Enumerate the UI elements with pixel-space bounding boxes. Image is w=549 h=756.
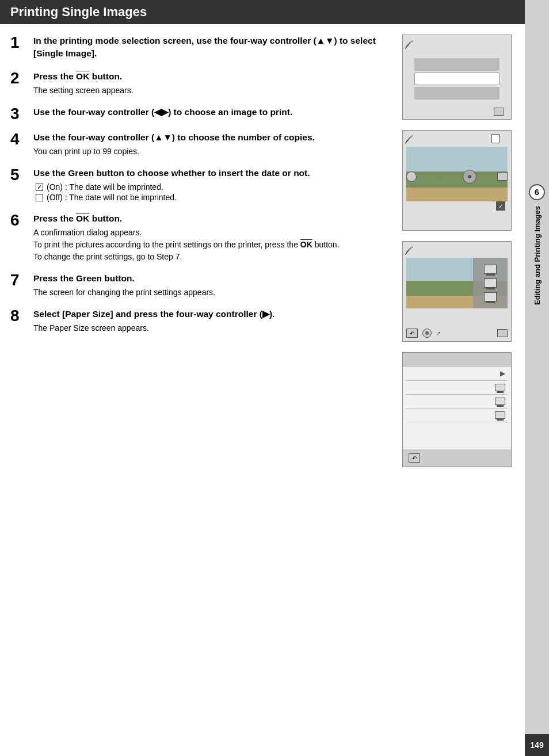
settings-area-4: ▶	[406, 366, 508, 447]
step-1-number: 1	[10, 35, 26, 51]
ctrl-center	[463, 170, 476, 184]
menu-row-1	[414, 58, 500, 71]
step-6-title: Press the OK button.	[33, 212, 391, 225]
settings-arrow-1: ▶	[500, 369, 505, 377]
step-6-prefix: Press the	[33, 213, 76, 223]
menu-row-selected	[414, 72, 500, 85]
step-5-number: 5	[10, 167, 26, 183]
checkbox-on-icon: ✓	[36, 184, 43, 191]
checkbox-off-label: (Off) : The date will not be imprinted.	[47, 193, 177, 202]
back-btn-4: ↶	[409, 453, 420, 463]
step-5-content: Use the Green button to choose whether t…	[33, 167, 391, 204]
step-2-number: 2	[10, 70, 26, 86]
screen-1: 𝒻	[402, 35, 512, 120]
checkbox-on: ✓ (On) : The date will be imprinted.	[36, 182, 391, 192]
step-8-number: 8	[10, 308, 26, 324]
menu-row-2	[414, 87, 500, 100]
main-content: Printing Single Images 1 In the printing…	[0, 0, 525, 756]
step-2-desc: The setting screen appears.	[33, 85, 391, 97]
settings-row-3	[406, 395, 508, 408]
chapter-label: Editing and Printing Images	[533, 206, 542, 305]
ctrl-left	[406, 171, 417, 182]
steps-column: 1 In the printing mode selection screen,…	[10, 35, 391, 467]
step-4-number: 4	[10, 131, 26, 147]
ctrl-label: ···	[437, 174, 442, 180]
record-dot-3	[425, 331, 429, 335]
step-4-content: Use the four-way controller (▲▼) to choo…	[33, 131, 391, 158]
step-8-content: Select [Paper Size] and press the four-w…	[33, 308, 391, 334]
checkbox-off: (Off) : The date will not be imprinted.	[36, 193, 391, 202]
settings-row-2	[406, 381, 508, 395]
step-7-title: Press the Green button.	[33, 272, 391, 285]
record-label: ↗	[436, 330, 441, 337]
printer-icon-s3	[495, 398, 505, 405]
ctrl-text-area: ···	[437, 174, 442, 180]
step-5-title: Use the Green button to choose whether t…	[33, 167, 391, 180]
step-4-title: Use the four-way controller (▲▼) to choo…	[33, 131, 391, 144]
printer-icon-s4	[495, 411, 505, 419]
step-6: 6 Press the OK button. A confirmation di…	[10, 212, 391, 263]
step-4-desc: You can print up to 99 copies.	[33, 146, 391, 158]
ctrl-right	[497, 173, 508, 181]
step-1: 1 In the printing mode selection screen,…	[10, 35, 391, 61]
step-6-suffix: button.	[89, 213, 122, 223]
step-7-content: Press the Green button. The screen for c…	[33, 272, 391, 299]
step-5: 5 Use the Green button to choose whether…	[10, 167, 391, 204]
camera-icon-3: 𝒻	[406, 245, 409, 255]
step-7: 7 Press the Green button. The screen for…	[10, 272, 391, 299]
printer-icon-s2	[495, 384, 505, 391]
step-2-title: Press the OK button.	[33, 70, 391, 83]
step-7-desc: The screen for changing the print settin…	[33, 287, 391, 299]
step-1-title: In the printing mode selection screen, u…	[33, 35, 391, 59]
checkbox-on-label: (On) : The date will be imprinted.	[47, 182, 163, 192]
step-3-content: Use the four-way controller (◀▶) to choo…	[33, 106, 391, 120]
step-3-number: 3	[10, 106, 26, 122]
content-area: 1 In the printing mode selection screen,…	[0, 35, 525, 467]
overlay-panel-3	[473, 258, 508, 308]
menu-area-1	[414, 58, 500, 103]
step-6-number: 6	[10, 212, 26, 228]
controls-bar-2: ···	[406, 126, 508, 227]
step-6-desc-ok: OK	[300, 240, 312, 249]
right-sidebar: 6 Editing and Printing Images 149	[525, 0, 549, 756]
screen-2: 𝒻 ✓ ···	[402, 130, 512, 231]
chapter-number: 6	[535, 188, 539, 197]
ctrl-center-dot	[468, 175, 471, 178]
ok-button-screen1	[494, 108, 504, 116]
printer-icon-2	[484, 278, 497, 288]
step-2-ok: OK	[76, 71, 89, 81]
step-6-content: Press the OK button. A confirmation dial…	[33, 212, 391, 263]
page-container: Printing Single Images 1 In the printing…	[0, 0, 549, 756]
page-number: 149	[525, 734, 549, 756]
step-2-content: Press the OK button. The setting screen …	[33, 70, 391, 97]
step-8: 8 Select [Paper Size] and press the four…	[10, 308, 391, 334]
ctrl-btn-3	[497, 329, 508, 337]
controls-bar-3: ↶ ↗	[406, 329, 508, 338]
step-3-title: Use the four-way controller (◀▶) to choo…	[33, 106, 391, 119]
step-2: 2 Press the OK button. The setting scree…	[10, 70, 391, 97]
page-title: Printing Single Images	[0, 0, 525, 24]
settings-row-1: ▶	[406, 366, 508, 381]
step-2-suffix: button.	[89, 71, 122, 81]
step-6-desc: A confirmation dialog appears. To print …	[33, 227, 391, 263]
step-8-desc: The Paper Size screen appears.	[33, 322, 391, 334]
step-2-prefix: Press the	[33, 71, 76, 81]
screens-column: 𝒻 𝒻 ✓	[402, 35, 514, 467]
printer-icon-1	[484, 265, 497, 274]
camera-icon-1: 𝒻	[406, 39, 409, 49]
step-5-checkboxes: ✓ (On) : The date will be imprinted. (Of…	[36, 182, 391, 202]
step-8-title: Select [Paper Size] and press the four-w…	[33, 308, 391, 320]
step-3: 3 Use the four-way controller (◀▶) to ch…	[10, 106, 391, 122]
bottom-bar-4: ↶	[403, 449, 511, 467]
title-text: Printing Single Images	[10, 5, 147, 19]
settings-row-4	[406, 408, 508, 422]
step-4: 4 Use the four-way controller (▲▼) to ch…	[10, 131, 391, 158]
record-btn-3	[422, 329, 432, 338]
screen-4: ▶	[402, 352, 512, 467]
printer-icon-3	[484, 292, 497, 301]
checkbox-off-icon	[36, 194, 43, 201]
back-btn-3: ↶	[406, 329, 418, 338]
top-bar-4	[403, 353, 511, 366]
chapter-number-circle: 6	[529, 184, 545, 200]
step-1-content: In the printing mode selection screen, u…	[33, 35, 391, 61]
